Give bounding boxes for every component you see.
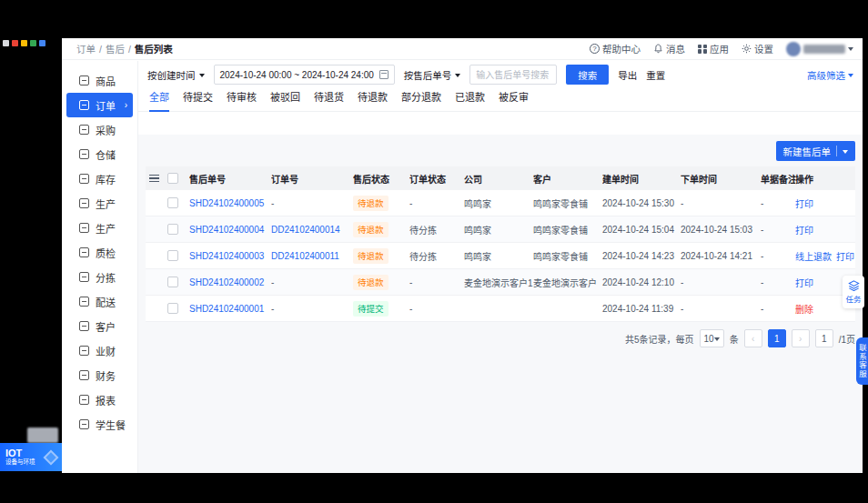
user-account[interactable] (786, 42, 853, 56)
time-field-select[interactable]: 按创建时间 (147, 68, 205, 82)
company: 鸣鸣家 (464, 249, 533, 263)
prev-page-button[interactable]: ‹ (744, 329, 762, 347)
sidebar-item-production[interactable]: 生产 (66, 191, 133, 216)
customer: 鸣鸣家零食铺 (533, 249, 602, 263)
column-settings-icon[interactable] (149, 175, 159, 183)
tab-pending-submit[interactable]: 待提交 (183, 89, 213, 112)
row-actions: 打印 (795, 223, 859, 236)
tab-pending-return[interactable]: 待退货 (314, 89, 344, 112)
order-no-link[interactable]: DD24102400011 (271, 251, 353, 261)
date-range-picker[interactable]: 2024-10-24 00:00 ~ 2024-10-24 24:00 (214, 65, 395, 85)
next-page-button[interactable]: › (792, 329, 810, 347)
sidebar: 商品 订单 › 采购 仓储 库存 生产 生产 质检 (62, 61, 138, 473)
print-link[interactable]: 打印 (836, 249, 854, 263)
col-aftersale-status: 售后状态 (353, 172, 409, 186)
tab-rejected[interactable]: 被驳回 (270, 89, 300, 112)
new-aftersale-label: 新建售后单 (783, 145, 832, 158)
print-link[interactable]: 打印 (795, 223, 813, 236)
sidebar-item-warehouse[interactable]: 仓储 (66, 142, 133, 166)
tab-partial-refund[interactable]: 部分退款 (401, 89, 441, 112)
iot-subtitle: 设备与环境 (5, 458, 35, 466)
finance-icon (79, 370, 89, 380)
row-checkbox[interactable] (167, 303, 178, 314)
print-link[interactable]: 打印 (795, 276, 813, 289)
sidebar-item-sorting[interactable]: 分拣 (66, 265, 133, 289)
sidebar-item-label: 订单 (96, 98, 116, 113)
row-checkbox[interactable] (167, 277, 178, 287)
status-badge: 待退款 (353, 222, 389, 237)
sidebar-item-production-2[interactable]: 生产 (66, 216, 133, 240)
tab-counter-review[interactable]: 被反审 (499, 89, 529, 112)
gear-icon (742, 44, 752, 54)
aftersale-no-link[interactable]: SHD24102400002 (189, 277, 271, 287)
sidebar-item-reports[interactable]: 报表 (66, 387, 133, 412)
reset-button[interactable]: 重置 (646, 68, 665, 82)
sidebar-item-customers[interactable]: 客户 (66, 314, 133, 338)
new-aftersale-button[interactable]: 新建售后单 (776, 141, 856, 161)
top-bar: 订单 / 售后 / 售后列表 ? 帮助中心 消息 应用 (62, 38, 863, 60)
filter-bar: 按创建时间 2024-10-24 00:00 ~ 2024-10-24 24:0… (138, 61, 863, 88)
search-input[interactable] (469, 65, 557, 85)
tab-all[interactable]: 全部 (149, 89, 169, 112)
order-no-link[interactable]: DD24102400014 (271, 225, 353, 235)
main-area: 按创建时间 2024-10-24 00:00 ~ 2024-10-24 24:0… (138, 61, 863, 473)
settings-button[interactable]: 设置 (742, 42, 773, 55)
aftersale-no-link[interactable]: SHD24102400003 (189, 251, 271, 261)
row-actions: 打印 (795, 196, 859, 210)
apps-button[interactable]: 应用 (698, 42, 729, 55)
sidebar-item-label: 报表 (96, 393, 116, 407)
breadcrumb-orders[interactable]: 订单 (76, 42, 96, 55)
breadcrumb-aftersale[interactable]: 售后 (106, 42, 125, 55)
sidebar-item-label: 财务 (96, 368, 116, 383)
search-button[interactable]: 搜索 (566, 65, 609, 85)
row-checkbox[interactable] (167, 224, 178, 235)
help-center-button[interactable]: ? 帮助中心 (590, 42, 641, 55)
number-field-select[interactable]: 按售后单号 (404, 68, 461, 82)
tab-refunded[interactable]: 已退款 (455, 89, 485, 112)
select-all-checkbox[interactable] (167, 173, 178, 184)
sidebar-item-business-finance[interactable]: 业财 (66, 338, 133, 363)
status-badge: 待退款 (353, 275, 389, 290)
sidebar-item-finance[interactable]: 财务 (66, 363, 133, 387)
aftersale-status: 待退款 (353, 275, 409, 290)
inventory-icon (79, 174, 89, 184)
order-status: - (409, 304, 464, 314)
delivery-icon (79, 297, 89, 307)
company: 鸣鸣家 (464, 196, 533, 210)
created-time: 2024-10-24 15:30 (602, 198, 681, 208)
sidebar-item-orders[interactable]: 订单 › (66, 93, 133, 117)
sidebar-item-purchase[interactable]: 采购 (66, 117, 133, 142)
row-checkbox[interactable] (167, 250, 178, 261)
tab-pending-review[interactable]: 待审核 (227, 89, 257, 112)
page-size-select[interactable]: 10 (700, 329, 724, 347)
help-center-label: 帮助中心 (602, 42, 641, 55)
button-divider (836, 146, 837, 156)
print-link[interactable]: 打印 (795, 196, 813, 210)
col-actions: 操作 (795, 172, 859, 186)
contact-service-tab[interactable]: 联系客服 (856, 337, 868, 385)
aftersale-no-link[interactable]: SHD24102400004 (189, 225, 271, 235)
current-page-button[interactable]: 1 (768, 329, 786, 347)
aftersale-no-link[interactable]: SHD24102400001 (189, 304, 271, 314)
page-jump-input[interactable]: 1 (815, 329, 833, 347)
sidebar-item-student-meals[interactable]: 学生餐 (66, 412, 133, 437)
sidebar-item-quality[interactable]: 质检 (66, 240, 133, 265)
aftersale-no-link[interactable]: SHD24102400005 (189, 198, 271, 208)
delete-link[interactable]: 删除 (795, 302, 813, 316)
online-refund-link[interactable]: 线上退款 (795, 249, 832, 263)
dot-red (12, 40, 18, 46)
tab-pending-refund[interactable]: 待退款 (358, 89, 388, 112)
sidebar-item-goods[interactable]: 商品 (66, 68, 133, 93)
col-customer: 客户 (533, 172, 602, 186)
redacted-block (27, 428, 58, 443)
aftersale-status: 待退款 (353, 248, 409, 264)
sidebar-item-delivery[interactable]: 配送 (66, 289, 133, 314)
sidebar-item-label: 商品 (96, 74, 116, 88)
row-checkbox[interactable] (167, 197, 178, 208)
col-ordered-time: 下单时间 (681, 172, 761, 186)
sidebar-item-inventory[interactable]: 库存 (66, 166, 133, 191)
advanced-filter-link[interactable]: 高级筛选 (807, 68, 853, 82)
task-widget[interactable]: 任务 (843, 276, 864, 308)
export-button[interactable]: 导出 (618, 68, 637, 82)
messages-button[interactable]: 消息 (653, 42, 685, 55)
